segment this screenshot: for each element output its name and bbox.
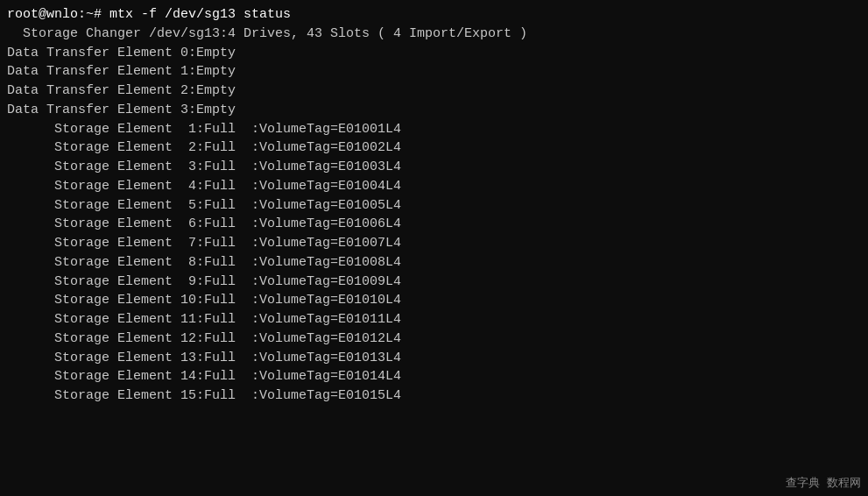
storage-element-line: Storage Element 12:Full :VolumeTag=E0101… [7, 329, 861, 349]
storage-element-line: Storage Element 3:Full :VolumeTag=E01003… [7, 158, 861, 177]
storage-element-line: Storage Element 10:Full :VolumeTag=E0101… [7, 291, 861, 310]
storage-element-line: Storage Element 4:Full :VolumeTag=E01004… [7, 177, 861, 196]
storage-element-line: Storage Element 14:Full :VolumeTag=E0101… [7, 367, 861, 386]
data-transfer-section: Data Transfer Element 0:EmptyData Transf… [7, 44, 861, 120]
storage-element-line: Storage Element 8:Full :VolumeTag=E01008… [7, 253, 861, 273]
storage-element-line: Storage Element 13:Full :VolumeTag=E0101… [7, 349, 861, 368]
storage-section: Storage Element 1:Full :VolumeTag=E01001… [7, 120, 861, 406]
data-transfer-line: Data Transfer Element 3:Empty [7, 101, 861, 120]
storage-element-line: Storage Element 2:Full :VolumeTag=E01002… [7, 138, 861, 158]
storage-element-line: Storage Element 1:Full :VolumeTag=E01001… [7, 120, 861, 139]
storage-element-line: Storage Element 9:Full :VolumeTag=E01009… [7, 273, 861, 292]
data-transfer-line: Data Transfer Element 1:Empty [7, 62, 861, 81]
data-transfer-line: Data Transfer Element 0:Empty [7, 44, 861, 63]
terminal-window: root@wnlo:~# mtx -f /dev/sg13 status Sto… [0, 0, 868, 496]
storage-element-line: Storage Element 11:Full :VolumeTag=E0101… [7, 310, 861, 329]
prompt-line: root@wnlo:~# mtx -f /dev/sg13 status [7, 5, 861, 25]
header-line: Storage Changer /dev/sg13:4 Drives, 43 S… [7, 25, 861, 44]
watermark: 查字典 数程网 [786, 475, 861, 491]
storage-element-line: Storage Element 15:Full :VolumeTag=E0101… [7, 386, 861, 406]
storage-element-line: Storage Element 6:Full :VolumeTag=E01006… [7, 215, 861, 234]
storage-element-line: Storage Element 5:Full :VolumeTag=E01005… [7, 196, 861, 216]
data-transfer-line: Data Transfer Element 2:Empty [7, 81, 861, 101]
storage-element-line: Storage Element 7:Full :VolumeTag=E01007… [7, 234, 861, 253]
